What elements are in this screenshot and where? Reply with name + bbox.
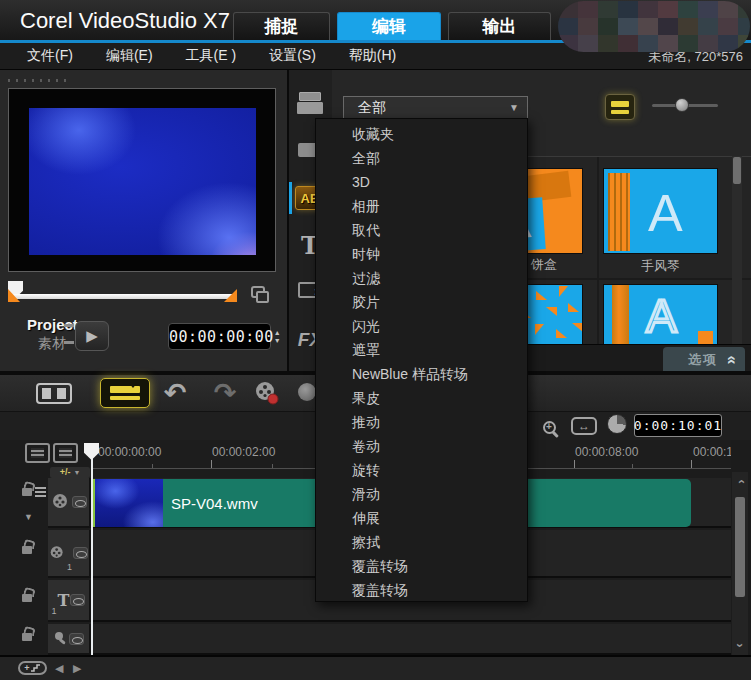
dropdown-item[interactable]: 滑动 [316, 482, 527, 506]
voice-track-header[interactable] [48, 624, 91, 655]
spinner-up-icon[interactable]: ▲ [274, 329, 281, 336]
menu-edit[interactable]: 编辑(E) [106, 47, 153, 65]
thumb-art [608, 173, 630, 251]
dropdown-item[interactable]: 擦拭 [316, 530, 527, 554]
dropdown-item[interactable]: 旋转 [316, 458, 527, 482]
scrollbar-thumb[interactable] [735, 497, 745, 597]
grid-divider [597, 157, 599, 344]
show-all-tracks-button[interactable] [25, 443, 50, 463]
thumbnail-label: 手风琴 [603, 257, 718, 275]
track-number: 1 [52, 606, 57, 616]
wave-glyph [31, 664, 41, 672]
eye-visibility-icon[interactable] [69, 633, 84, 645]
duration-clock-button[interactable] [607, 414, 627, 434]
thumb-art [535, 324, 544, 335]
spinner-down-icon[interactable]: ▼ [274, 337, 281, 344]
tab-output[interactable]: 输出 [448, 12, 551, 40]
dropdown-item[interactable]: 覆盖转场 [316, 554, 527, 578]
fit-project-button[interactable]: ↔ [571, 417, 597, 435]
dropdown-item[interactable]: 时钟 [316, 242, 527, 266]
record-capture-button[interactable] [252, 379, 282, 407]
timeline-timecode[interactable]: 0:00:10:01 [634, 414, 722, 437]
lock-track-icon[interactable] [22, 488, 32, 496]
view-toggle-button[interactable] [605, 94, 635, 120]
scroll-left-icon[interactable]: ◀ [55, 662, 63, 675]
scroll-right-icon[interactable]: ▶ [73, 662, 81, 675]
fit-timeline-button[interactable]: + [18, 661, 47, 675]
tab-capture[interactable]: 捕捉 [233, 12, 330, 40]
collapse-track-icon[interactable]: ▼ [24, 512, 33, 522]
dropdown-item[interactable]: 收藏夹 [316, 122, 527, 146]
playhead-line[interactable] [91, 458, 93, 655]
eye-visibility-icon[interactable] [73, 547, 88, 559]
dropdown-item[interactable]: NewBlue 样品转场 [316, 362, 527, 386]
add-remove-track-button[interactable]: +/- ▼ [50, 467, 90, 478]
dropdown-item[interactable]: 推动 [316, 410, 527, 434]
thumb-art: A [646, 289, 677, 343]
dropdown-item[interactable]: 胶片 [316, 290, 527, 314]
thumb-art [556, 329, 567, 338]
scrubber-track[interactable] [10, 294, 236, 299]
video-track-header[interactable] [48, 478, 91, 528]
preview-timecode[interactable]: 00:00:00:00 ▲ ▼ [168, 323, 271, 350]
undo-button[interactable]: ↶ [158, 377, 192, 409]
sound-mixer-button[interactable] [298, 383, 316, 401]
gallery-filter-select[interactable]: 全部 ▼ [343, 96, 528, 119]
timecode-spinner[interactable]: ▲ ▼ [274, 329, 285, 344]
ripple-edit-icon[interactable] [35, 487, 46, 497]
dropdown-item[interactable]: 全部 [316, 146, 527, 170]
thumb-art [698, 331, 713, 344]
dropdown-item[interactable]: 闪光 [316, 314, 527, 338]
dropdown-item[interactable]: 过滤 [316, 266, 527, 290]
dropdown-item[interactable]: 卷动 [316, 434, 527, 458]
dropdown-item[interactable]: 3D [316, 170, 527, 194]
eye-visibility-icon[interactable] [70, 594, 85, 606]
dropdown-item[interactable]: 遮罩 [316, 338, 527, 362]
title-track-header[interactable]: 1 T [48, 580, 91, 622]
clip-mode-label[interactable]: 素材 [38, 335, 66, 353]
transition-thumbnail[interactable]: A [603, 284, 718, 344]
options-button[interactable]: 选项 « [663, 347, 745, 372]
menu-help[interactable]: 帮助(H) [349, 47, 396, 65]
transition-thumbnail[interactable]: A [603, 168, 718, 254]
overlay-track-header[interactable]: 1 [48, 530, 91, 578]
redo-icon: ↷ [214, 377, 237, 409]
scrollbar-thumb[interactable] [733, 157, 741, 184]
menu-tools[interactable]: 工具(E ) [186, 47, 237, 65]
tab-edit[interactable]: 编辑 [337, 12, 441, 40]
menu-items: 文件(F) 编辑(E) 工具(E ) 设置(S) 帮助(H) [0, 47, 396, 65]
slider-knob[interactable] [675, 98, 689, 112]
selected-accent-bar [289, 182, 292, 214]
gallery-scrollbar[interactable] [732, 156, 742, 344]
dropdown-item[interactable]: 相册 [316, 194, 527, 218]
timeline-bottom-bar: + ◀ ▶ [0, 655, 751, 680]
thumb-art [559, 286, 568, 297]
eye-visibility-icon[interactable] [72, 496, 87, 508]
dropdown-item[interactable]: 伸展 [316, 506, 527, 530]
storyboard-view-button[interactable] [30, 380, 78, 407]
voice-track[interactable] [91, 624, 731, 655]
preview-frame [8, 88, 276, 272]
lock-track-icon[interactable] [22, 633, 32, 641]
dropdown-item[interactable]: 覆盖转场 [316, 578, 527, 602]
zoom-in-button[interactable]: + [538, 416, 560, 438]
lock-track-icon[interactable] [22, 594, 32, 602]
dash-decor [64, 341, 74, 344]
timeline-scrollbar[interactable]: › › [732, 472, 748, 655]
lock-track-icon[interactable] [22, 546, 32, 554]
plus-glyph: + [546, 422, 552, 432]
scroll-up-icon[interactable]: › [733, 476, 748, 488]
dropdown-item[interactable]: 果皮 [316, 386, 527, 410]
menu-file[interactable]: 文件(F) [27, 47, 73, 65]
enlarge-preview-icon[interactable] [251, 286, 265, 298]
play-button[interactable]: ▶ [75, 321, 109, 351]
menu-settings[interactable]: 设置(S) [269, 47, 316, 65]
scroll-down-icon[interactable]: › [733, 640, 748, 652]
timeline-view-button[interactable] [100, 378, 150, 408]
track-manager-button[interactable] [53, 443, 78, 463]
dropdown-item[interactable]: 取代 [316, 218, 527, 242]
redo-button[interactable]: ↷ [208, 377, 242, 409]
preview-timecode-value: 00:00:00:00 [169, 328, 274, 346]
ruler-tick [574, 460, 575, 468]
media-icon[interactable] [295, 90, 325, 116]
